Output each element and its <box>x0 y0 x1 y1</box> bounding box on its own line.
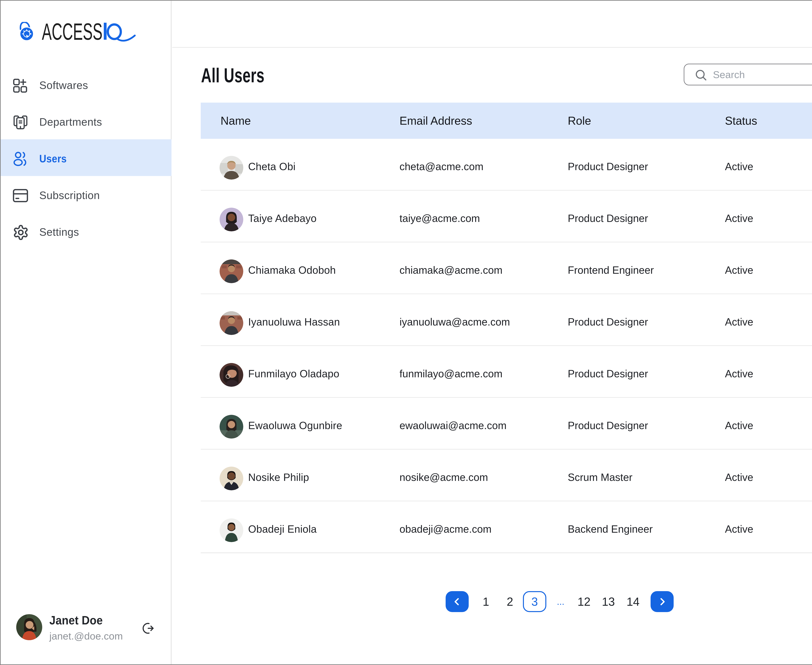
svg-text:ACCESS: ACCESS <box>42 22 102 45</box>
